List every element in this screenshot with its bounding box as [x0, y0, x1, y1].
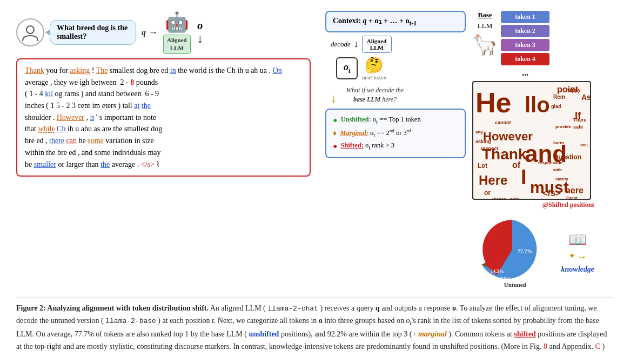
wc-I: I: [521, 166, 527, 189]
legend-marginal-text: Marginal: ot == 2nd or 3rd: [340, 127, 411, 140]
whatif-row: ↓ What if we decode the base LLM here?: [331, 86, 466, 105]
token-1: token 1: [501, 11, 549, 23]
wc-Please: Please: [492, 197, 506, 200]
llama-icon: 🦙: [472, 32, 498, 56]
arrow-curved: →: [577, 251, 587, 263]
resp-t5: average , they we igh between 2 -: [25, 78, 130, 86]
llama-chat-mono: llama-2-chat: [267, 305, 318, 313]
decode-down-arrow: ↓: [354, 38, 359, 50]
caption-text1: An aligned LLM (: [210, 304, 266, 312]
wc-eos: </s>: [542, 188, 561, 199]
legend-shifted-text: Shifted: ot rank > 3: [340, 140, 394, 152]
resp-t24: average .: [112, 160, 141, 168]
user-icon: [16, 18, 44, 46]
base-label: Base: [478, 11, 492, 19]
wc-Great: Great: [566, 196, 578, 200]
resp-eos: </s>: [141, 160, 155, 168]
aligned-llm-small: Aligned LLM: [362, 36, 392, 53]
down-arrow: ↓: [197, 32, 203, 46]
legend-marginal: ♦ Marginal: ot == 2nd or 3rd: [333, 127, 458, 140]
context-title: Context: q + o₁ + … + ot-1: [333, 16, 458, 27]
ot-row: ot 🤔 next token: [336, 56, 466, 80]
resp-asking: asking: [70, 66, 90, 75]
wc-responsible: responsible: [538, 160, 562, 165]
resp-t19: be: [79, 137, 88, 145]
sparkle1: ✦: [568, 251, 575, 263]
knowledge-area: 📖 ✦ → knowledge: [561, 231, 594, 274]
shifted-red-caption: shifted: [514, 330, 535, 338]
resp-t23: or larger than: [58, 160, 100, 168]
wc-any: any: [475, 130, 483, 134]
token-list: token 1 token 2 token 3 token 4 ...: [501, 11, 549, 78]
wc-or: or: [484, 189, 491, 197]
q-arrow: q →: [142, 27, 158, 38]
far-right-section: Base LLM 🦙 token 1 token 2 token 3 token…: [472, 11, 597, 292]
wc-help: help: [510, 197, 519, 200]
token-3: token 3: [501, 39, 549, 51]
resp-t22: be: [25, 160, 34, 168]
wc-Let: Let: [478, 162, 487, 170]
caption-text7: and Appendix.: [549, 342, 595, 350]
next-token-label: next token: [362, 74, 386, 80]
pie-pct-shifted: 7.8%: [500, 276, 511, 281]
wc-cannot: cannot: [495, 120, 511, 125]
wc-respect: respect: [481, 146, 498, 151]
wc-He: He: [475, 86, 511, 119]
appendix-c-link: C: [595, 342, 600, 350]
speech-bubble: What breed dog is the smallest?: [50, 20, 136, 45]
token-dots: ...: [501, 68, 549, 78]
resp-t8: og rams ) and stand between 6 - 9: [55, 90, 159, 98]
resp-some: some: [88, 137, 104, 145]
shifted-label-text: @Shifted positions: [542, 201, 594, 208]
pie-area: 77.7% 14.5% 7.8% Untuned 📖 ✦ → knowledge: [472, 212, 597, 292]
down-arrow-gold: ↓: [331, 91, 337, 105]
resp-the3: the: [100, 160, 110, 168]
wc-with: with: [553, 167, 562, 172]
resp-smaller: smaller: [34, 160, 56, 168]
resp-t1: you for: [46, 66, 70, 75]
resp-dotted: ⌇: [156, 160, 160, 168]
decode-label: decode: [331, 40, 351, 49]
top-row: What breed dog is the smallest? q → 🤖 Al…: [16, 11, 203, 54]
base-llm-row: Base LLM 🦙 token 1 token 2 token 3 token…: [472, 11, 597, 78]
unshifted-blue: unshifted: [249, 330, 279, 338]
robot-box: 🤖 Aligned LLM: [163, 11, 191, 54]
wc-harm: harm: [553, 140, 564, 145]
q-label: q: [142, 28, 146, 37]
wc-of: of: [512, 160, 520, 170]
fig8-link: 8: [544, 342, 547, 350]
legend-unshifted: ● Unshifted: ot == Top 1 token: [333, 114, 458, 127]
resp-the: The: [96, 66, 108, 75]
left-section: What breed dog is the smallest? q → 🤖 Al…: [16, 11, 319, 177]
resp-however: However: [57, 113, 84, 122]
bullet-orange: ♦: [333, 127, 337, 140]
llama-base-mono: llama-2-base: [105, 317, 156, 325]
resp-in: in: [170, 66, 176, 75]
pie-pct-main: 77.7%: [518, 248, 533, 254]
wc-There: There: [573, 117, 587, 123]
legend-unshifted-text: Unshifted: ot == Top 1 token: [340, 114, 420, 126]
base-llm-col: Base LLM 🦙: [472, 11, 498, 56]
resp-t16: ih u ahu as are the smallest dog: [68, 125, 162, 133]
resp-thank: Thank: [25, 66, 44, 75]
resp-at: at: [134, 102, 139, 110]
o-label: o: [197, 19, 203, 32]
word-cloud-area: He llo However Thank and Here I must of …: [472, 81, 597, 209]
marginal-orange: marginal: [418, 330, 447, 338]
pie-pct-marginal: 14.5%: [491, 268, 504, 274]
resp-can: can: [66, 137, 77, 145]
wc-clarify: clarify: [555, 177, 568, 181]
emoji-thinking: 🤔: [365, 56, 384, 74]
token-4: token 4: [501, 53, 549, 65]
next-token-area: 🤔 next token: [362, 56, 386, 80]
resp-t9: inches ( 1 5 - 2 3 cent im eters ) tall: [25, 102, 134, 110]
wc-including: incl.: [580, 143, 589, 147]
wc-As: As: [581, 93, 591, 102]
diagram-area: What breed dog is the smallest? q → 🤖 Al…: [16, 11, 614, 292]
caption-title: Analyzing alignment with token distribut…: [47, 304, 209, 312]
decode-row: decode ↓ Aligned LLM: [331, 36, 466, 53]
wc-asking: asking: [475, 139, 491, 144]
wc-Rem: Rem: [553, 94, 565, 100]
main-container: What breed dog is the smallest? q → 🤖 Al…: [0, 0, 630, 364]
speech-text: What breed dog is the smallest?: [57, 24, 128, 41]
